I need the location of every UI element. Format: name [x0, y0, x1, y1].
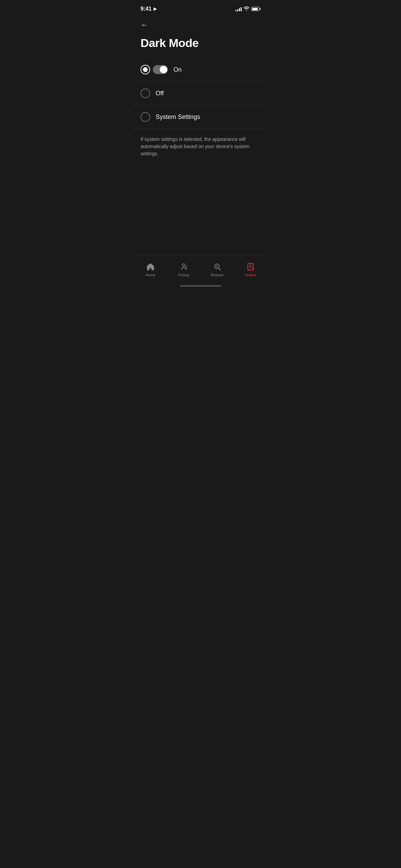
option-system-settings[interactable]: System Settings — [134, 105, 267, 129]
status-bar: 9:41 ▶ — [134, 0, 267, 16]
option-off-label: Off — [156, 90, 164, 97]
header: ← Dark Mode — [134, 16, 267, 58]
nav-orders-label: Orders — [245, 273, 256, 277]
nav-pickup-label: Pickup — [178, 273, 190, 277]
nav-browse-label: Browse — [211, 273, 223, 277]
nav-item-pickup[interactable]: Pickup — [172, 261, 196, 278]
location-arrow-icon: ▶ — [154, 7, 157, 11]
home-indicator-bar — [180, 285, 221, 287]
home-indicator — [134, 282, 267, 289]
system-radio-button — [141, 112, 150, 122]
off-radio-button — [141, 88, 150, 98]
info-text: If system settings is selected, the appe… — [134, 129, 267, 164]
battery-icon — [251, 7, 260, 11]
nav-home-label: Home — [145, 273, 155, 277]
orders-icon — [246, 262, 255, 272]
browse-icon — [212, 262, 222, 272]
option-on-label: On — [173, 66, 182, 73]
radio-selected-inner — [143, 67, 148, 72]
radio-selected-outer — [141, 65, 150, 74]
back-button[interactable]: ← — [141, 19, 148, 31]
svg-rect-5 — [248, 263, 253, 270]
signal-icon — [235, 7, 242, 11]
pickup-icon — [179, 262, 189, 272]
svg-line-2 — [219, 268, 221, 270]
nav-item-browse[interactable]: Browse — [205, 261, 229, 278]
page-title: Dark Mode — [141, 36, 260, 50]
options-list: On Off System Settings If system setting… — [134, 58, 267, 255]
bottom-nav: Home Pickup Browse — [134, 255, 267, 282]
toggle-knob — [160, 66, 167, 73]
toggle-switch[interactable] — [153, 65, 168, 74]
svg-point-0 — [183, 264, 185, 266]
home-icon — [146, 262, 155, 272]
nav-item-orders[interactable]: Orders — [239, 261, 263, 278]
status-time: 9:41 ▶ — [141, 6, 157, 12]
nav-item-home[interactable]: Home — [138, 261, 162, 278]
status-icons — [235, 7, 260, 12]
option-off[interactable]: Off — [134, 82, 267, 105]
option-system-label: System Settings — [156, 113, 200, 121]
on-radio-toggle — [141, 65, 168, 74]
option-on[interactable]: On — [134, 58, 267, 82]
wifi-icon — [244, 7, 249, 12]
